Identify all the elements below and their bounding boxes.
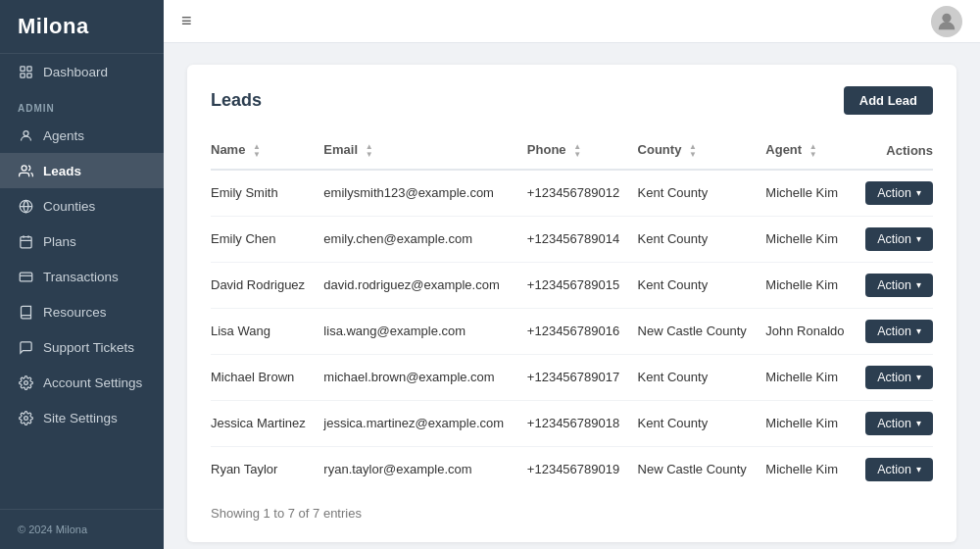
site-settings-icon (18, 410, 33, 425)
sidebar-section-label: ADMIN (0, 89, 164, 118)
sidebar-item-account-settings[interactable]: Account Settings (0, 365, 164, 400)
sidebar-item-label: Agents (43, 128, 84, 143)
cell-email: jessica.martinez@example.com (323, 400, 526, 446)
leads-card: Leads Add Lead Name ▲▼ Email ▲▼ (187, 65, 956, 542)
svg-rect-1 (26, 66, 30, 70)
sort-arrows-agent: ▲▼ (809, 143, 817, 159)
sidebar-item-resources[interactable]: Resources (0, 294, 164, 329)
topbar: ≡ (164, 0, 980, 43)
sidebar-item-counties[interactable]: Counties (0, 188, 164, 224)
add-lead-button[interactable]: Add Lead (844, 86, 933, 115)
sidebar-footer: © 2024 Milona (0, 509, 164, 549)
dropdown-arrow-icon: ▾ (916, 464, 921, 474)
app-logo: Milona (0, 0, 164, 54)
sidebar-item-label: Site Settings (43, 411, 118, 425)
cell-email: emily.chen@example.com (323, 216, 526, 262)
sidebar-item-agents[interactable]: Agents (0, 118, 164, 153)
dropdown-arrow-icon: ▾ (916, 418, 921, 428)
dropdown-arrow-icon: ▾ (916, 279, 921, 290)
sidebar-item-leads[interactable]: Leads (0, 153, 164, 188)
sidebar: Milona Dashboard ADMIN Agents Leads Coun… (0, 0, 164, 549)
dropdown-arrow-icon: ▾ (916, 187, 921, 198)
cell-action: Action ▾ (861, 308, 933, 354)
account-settings-icon (18, 374, 33, 390)
col-name: Name ▲▼ (211, 132, 323, 170)
cell-action: Action ▾ (861, 170, 933, 217)
cell-action: Action ▾ (861, 446, 933, 492)
sort-arrows-phone: ▲▼ (573, 143, 581, 159)
cell-county: Kent County (638, 354, 766, 400)
cell-action: Action ▾ (861, 216, 933, 262)
table-header-row: Name ▲▼ Email ▲▼ Phone ▲▼ County (211, 132, 933, 170)
cell-phone: +123456789019 (527, 446, 638, 492)
action-button[interactable]: Action ▾ (865, 412, 933, 435)
cell-agent: Michelle Kim (765, 446, 861, 492)
table-row: Emily Smith emilysmith123@example.com +1… (211, 170, 933, 217)
svg-rect-7 (20, 236, 30, 247)
cell-phone: +123456789018 (527, 400, 638, 446)
content-area: Leads Add Lead Name ▲▼ Email ▲▼ (164, 43, 980, 549)
sidebar-item-plans[interactable]: Plans (0, 224, 164, 259)
sidebar-item-label: Dashboard (43, 65, 108, 79)
menu-icon[interactable]: ≡ (181, 11, 192, 31)
action-button[interactable]: Action ▾ (865, 274, 933, 297)
svg-rect-3 (26, 73, 30, 76)
svg-point-4 (24, 130, 28, 135)
cell-name: Jessica Martinez (211, 400, 323, 446)
action-button[interactable]: Action ▾ (865, 458, 933, 481)
cell-email: ryan.taylor@example.com (323, 446, 526, 492)
cell-agent: Michelle Kim (765, 170, 861, 217)
plans-icon (18, 233, 33, 249)
dashboard-icon (18, 64, 33, 79)
cell-agent: Michelle Kim (765, 216, 861, 262)
table-row: Ryan Taylor ryan.taylor@example.com +123… (211, 446, 933, 492)
svg-point-5 (22, 165, 26, 170)
cell-name: Emily Chen (211, 216, 323, 262)
transactions-icon (18, 269, 33, 284)
action-button[interactable]: Action ▾ (865, 227, 933, 251)
table-row: Jessica Martinez jessica.martinez@exampl… (211, 400, 933, 446)
cell-agent: Michelle Kim (765, 262, 861, 308)
cell-county: Kent County (638, 170, 766, 217)
action-button[interactable]: Action ▾ (865, 320, 933, 343)
cell-name: Lisa Wang (211, 308, 323, 354)
action-button[interactable]: Action ▾ (865, 181, 933, 205)
action-button[interactable]: Action ▾ (865, 366, 933, 389)
cell-phone: +123456789017 (527, 354, 638, 400)
main-content: ≡ Leads Add Lead Name ▲▼ Email (164, 0, 980, 549)
sidebar-item-transactions[interactable]: Transactions (0, 259, 164, 294)
col-actions: Actions (861, 132, 933, 170)
cell-phone: +123456789014 (527, 216, 638, 262)
svg-point-11 (942, 13, 951, 22)
sidebar-item-label: Support Tickets (43, 340, 134, 355)
sort-arrows-email: ▲▼ (366, 143, 373, 159)
cell-phone: +123456789016 (527, 308, 638, 354)
cell-name: Emily Smith (211, 170, 323, 217)
cell-county: New Castle County (638, 446, 766, 492)
cell-name: Ryan Taylor (211, 446, 323, 492)
svg-point-10 (24, 416, 27, 420)
sidebar-item-site-settings[interactable]: Site Settings (0, 400, 164, 435)
resources-icon (18, 304, 33, 320)
cell-phone: +123456789015 (527, 262, 638, 308)
sidebar-item-label: Transactions (43, 270, 119, 284)
col-phone: Phone ▲▼ (527, 132, 638, 170)
card-header: Leads Add Lead (211, 86, 933, 115)
sort-arrows-name: ▲▼ (253, 143, 261, 159)
cell-phone: +123456789012 (527, 170, 638, 217)
table-body: Emily Smith emilysmith123@example.com +1… (211, 170, 933, 492)
cell-email: lisa.wang@example.com (323, 308, 526, 354)
cell-name: David Rodriguez (211, 262, 323, 308)
dropdown-arrow-icon: ▾ (916, 233, 921, 244)
col-email: Email ▲▼ (323, 132, 526, 170)
svg-point-9 (24, 380, 27, 384)
sidebar-item-dashboard[interactable]: Dashboard (0, 54, 164, 89)
sidebar-item-support-tickets[interactable]: Support Tickets (0, 329, 164, 365)
sidebar-item-label: Plans (43, 234, 76, 249)
table-row: Emily Chen emily.chen@example.com +12345… (211, 216, 933, 262)
avatar (931, 6, 962, 37)
page-title: Leads (211, 90, 262, 111)
table-footer: Showing 1 to 7 of 7 entries (211, 506, 933, 521)
cell-email: michael.brown@example.com (323, 354, 526, 400)
dropdown-arrow-icon: ▾ (916, 372, 921, 382)
